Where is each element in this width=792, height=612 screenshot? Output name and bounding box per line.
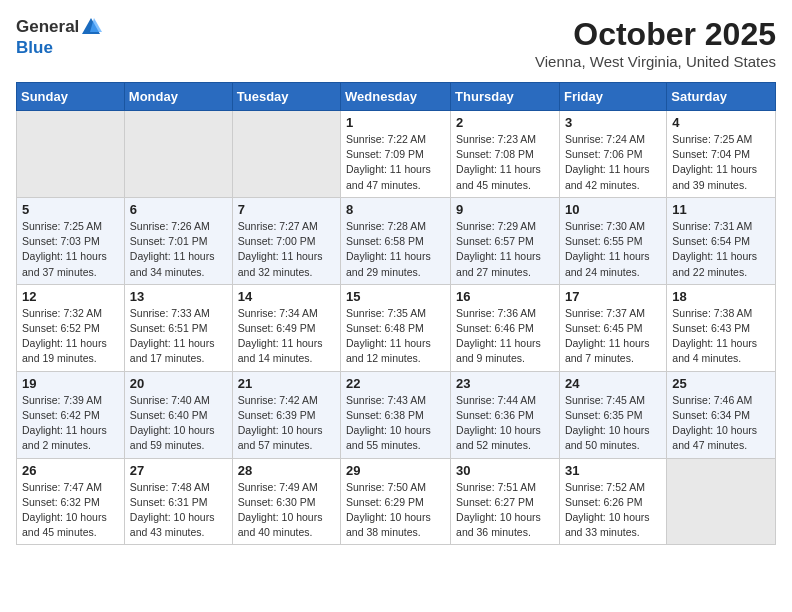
- day-number: 27: [130, 463, 227, 478]
- day-info: Sunrise: 7:34 AM Sunset: 6:49 PM Dayligh…: [238, 306, 335, 367]
- day-number: 11: [672, 202, 770, 217]
- day-number: 9: [456, 202, 554, 217]
- days-of-week-row: SundayMondayTuesdayWednesdayThursdayFrid…: [17, 83, 776, 111]
- day-number: 14: [238, 289, 335, 304]
- calendar-cell: 10Sunrise: 7:30 AM Sunset: 6:55 PM Dayli…: [559, 197, 666, 284]
- day-info: Sunrise: 7:43 AM Sunset: 6:38 PM Dayligh…: [346, 393, 445, 454]
- day-number: 1: [346, 115, 445, 130]
- day-of-week-tuesday: Tuesday: [232, 83, 340, 111]
- month-title: October 2025: [535, 16, 776, 53]
- day-info: Sunrise: 7:35 AM Sunset: 6:48 PM Dayligh…: [346, 306, 445, 367]
- calendar-cell: 25Sunrise: 7:46 AM Sunset: 6:34 PM Dayli…: [667, 371, 776, 458]
- page-header: General Blue October 2025 Vienna, West V…: [16, 16, 776, 70]
- day-info: Sunrise: 7:46 AM Sunset: 6:34 PM Dayligh…: [672, 393, 770, 454]
- calendar-cell: 22Sunrise: 7:43 AM Sunset: 6:38 PM Dayli…: [341, 371, 451, 458]
- day-number: 26: [22, 463, 119, 478]
- calendar-cell: [667, 458, 776, 545]
- day-info: Sunrise: 7:38 AM Sunset: 6:43 PM Dayligh…: [672, 306, 770, 367]
- calendar-cell: 21Sunrise: 7:42 AM Sunset: 6:39 PM Dayli…: [232, 371, 340, 458]
- day-info: Sunrise: 7:44 AM Sunset: 6:36 PM Dayligh…: [456, 393, 554, 454]
- calendar-cell: 30Sunrise: 7:51 AM Sunset: 6:27 PM Dayli…: [451, 458, 560, 545]
- day-of-week-saturday: Saturday: [667, 83, 776, 111]
- calendar-cell: 23Sunrise: 7:44 AM Sunset: 6:36 PM Dayli…: [451, 371, 560, 458]
- calendar-cell: 2Sunrise: 7:23 AM Sunset: 7:08 PM Daylig…: [451, 111, 560, 198]
- day-number: 15: [346, 289, 445, 304]
- calendar-table: SundayMondayTuesdayWednesdayThursdayFrid…: [16, 82, 776, 545]
- day-number: 16: [456, 289, 554, 304]
- calendar-cell: 5Sunrise: 7:25 AM Sunset: 7:03 PM Daylig…: [17, 197, 125, 284]
- day-number: 28: [238, 463, 335, 478]
- day-info: Sunrise: 7:30 AM Sunset: 6:55 PM Dayligh…: [565, 219, 661, 280]
- calendar-cell: 9Sunrise: 7:29 AM Sunset: 6:57 PM Daylig…: [451, 197, 560, 284]
- calendar-cell: 24Sunrise: 7:45 AM Sunset: 6:35 PM Dayli…: [559, 371, 666, 458]
- day-number: 23: [456, 376, 554, 391]
- calendar-cell: 29Sunrise: 7:50 AM Sunset: 6:29 PM Dayli…: [341, 458, 451, 545]
- day-info: Sunrise: 7:29 AM Sunset: 6:57 PM Dayligh…: [456, 219, 554, 280]
- calendar-cell: 11Sunrise: 7:31 AM Sunset: 6:54 PM Dayli…: [667, 197, 776, 284]
- day-number: 18: [672, 289, 770, 304]
- calendar-week-3: 12Sunrise: 7:32 AM Sunset: 6:52 PM Dayli…: [17, 284, 776, 371]
- day-number: 24: [565, 376, 661, 391]
- calendar-body: 1Sunrise: 7:22 AM Sunset: 7:09 PM Daylig…: [17, 111, 776, 545]
- day-number: 19: [22, 376, 119, 391]
- day-of-week-monday: Monday: [124, 83, 232, 111]
- logo-general: General: [16, 17, 79, 37]
- day-info: Sunrise: 7:32 AM Sunset: 6:52 PM Dayligh…: [22, 306, 119, 367]
- location-title: Vienna, West Virginia, United States: [535, 53, 776, 70]
- day-number: 30: [456, 463, 554, 478]
- day-of-week-friday: Friday: [559, 83, 666, 111]
- day-number: 21: [238, 376, 335, 391]
- day-number: 25: [672, 376, 770, 391]
- day-number: 2: [456, 115, 554, 130]
- day-info: Sunrise: 7:36 AM Sunset: 6:46 PM Dayligh…: [456, 306, 554, 367]
- day-number: 6: [130, 202, 227, 217]
- day-info: Sunrise: 7:42 AM Sunset: 6:39 PM Dayligh…: [238, 393, 335, 454]
- day-number: 10: [565, 202, 661, 217]
- day-number: 31: [565, 463, 661, 478]
- day-number: 29: [346, 463, 445, 478]
- calendar-cell: [232, 111, 340, 198]
- day-info: Sunrise: 7:23 AM Sunset: 7:08 PM Dayligh…: [456, 132, 554, 193]
- day-info: Sunrise: 7:39 AM Sunset: 6:42 PM Dayligh…: [22, 393, 119, 454]
- day-of-week-thursday: Thursday: [451, 83, 560, 111]
- calendar-cell: 1Sunrise: 7:22 AM Sunset: 7:09 PM Daylig…: [341, 111, 451, 198]
- calendar-cell: 13Sunrise: 7:33 AM Sunset: 6:51 PM Dayli…: [124, 284, 232, 371]
- calendar-cell: 12Sunrise: 7:32 AM Sunset: 6:52 PM Dayli…: [17, 284, 125, 371]
- day-number: 22: [346, 376, 445, 391]
- day-info: Sunrise: 7:27 AM Sunset: 7:00 PM Dayligh…: [238, 219, 335, 280]
- day-of-week-sunday: Sunday: [17, 83, 125, 111]
- day-info: Sunrise: 7:26 AM Sunset: 7:01 PM Dayligh…: [130, 219, 227, 280]
- logo: General Blue: [16, 16, 103, 58]
- day-number: 3: [565, 115, 661, 130]
- day-info: Sunrise: 7:48 AM Sunset: 6:31 PM Dayligh…: [130, 480, 227, 541]
- calendar-cell: 15Sunrise: 7:35 AM Sunset: 6:48 PM Dayli…: [341, 284, 451, 371]
- day-info: Sunrise: 7:50 AM Sunset: 6:29 PM Dayligh…: [346, 480, 445, 541]
- calendar-cell: 7Sunrise: 7:27 AM Sunset: 7:00 PM Daylig…: [232, 197, 340, 284]
- day-info: Sunrise: 7:31 AM Sunset: 6:54 PM Dayligh…: [672, 219, 770, 280]
- logo-blue: Blue: [16, 38, 53, 57]
- logo-icon: [80, 16, 102, 38]
- day-info: Sunrise: 7:51 AM Sunset: 6:27 PM Dayligh…: [456, 480, 554, 541]
- calendar-cell: 16Sunrise: 7:36 AM Sunset: 6:46 PM Dayli…: [451, 284, 560, 371]
- day-number: 8: [346, 202, 445, 217]
- calendar-cell: 8Sunrise: 7:28 AM Sunset: 6:58 PM Daylig…: [341, 197, 451, 284]
- day-info: Sunrise: 7:45 AM Sunset: 6:35 PM Dayligh…: [565, 393, 661, 454]
- calendar-cell: 28Sunrise: 7:49 AM Sunset: 6:30 PM Dayli…: [232, 458, 340, 545]
- day-number: 12: [22, 289, 119, 304]
- day-info: Sunrise: 7:22 AM Sunset: 7:09 PM Dayligh…: [346, 132, 445, 193]
- day-number: 7: [238, 202, 335, 217]
- title-area: October 2025 Vienna, West Virginia, Unit…: [535, 16, 776, 70]
- calendar-cell: 19Sunrise: 7:39 AM Sunset: 6:42 PM Dayli…: [17, 371, 125, 458]
- day-info: Sunrise: 7:25 AM Sunset: 7:03 PM Dayligh…: [22, 219, 119, 280]
- day-info: Sunrise: 7:33 AM Sunset: 6:51 PM Dayligh…: [130, 306, 227, 367]
- day-number: 20: [130, 376, 227, 391]
- calendar-week-5: 26Sunrise: 7:47 AM Sunset: 6:32 PM Dayli…: [17, 458, 776, 545]
- calendar-cell: [124, 111, 232, 198]
- calendar-cell: 20Sunrise: 7:40 AM Sunset: 6:40 PM Dayli…: [124, 371, 232, 458]
- calendar-week-1: 1Sunrise: 7:22 AM Sunset: 7:09 PM Daylig…: [17, 111, 776, 198]
- day-info: Sunrise: 7:40 AM Sunset: 6:40 PM Dayligh…: [130, 393, 227, 454]
- day-info: Sunrise: 7:25 AM Sunset: 7:04 PM Dayligh…: [672, 132, 770, 193]
- day-number: 5: [22, 202, 119, 217]
- day-info: Sunrise: 7:37 AM Sunset: 6:45 PM Dayligh…: [565, 306, 661, 367]
- calendar-cell: 31Sunrise: 7:52 AM Sunset: 6:26 PM Dayli…: [559, 458, 666, 545]
